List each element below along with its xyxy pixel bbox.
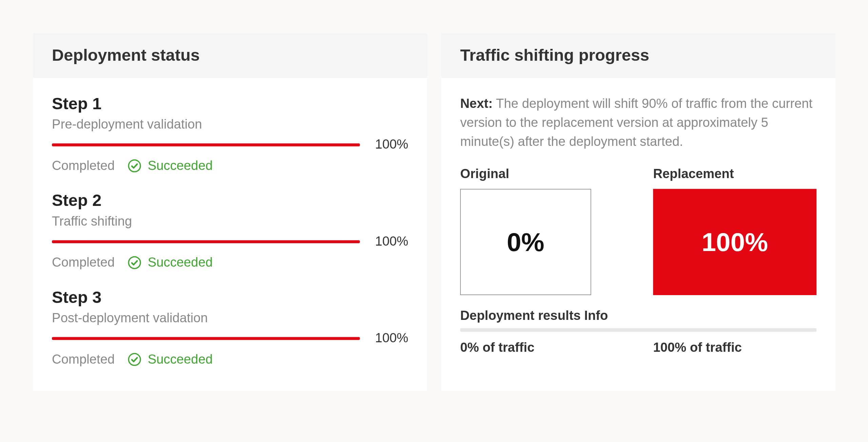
step-title: Step 2 xyxy=(52,191,408,210)
traffic-replacement-col: Replacement 100% xyxy=(653,166,816,295)
panel-title: Deployment status xyxy=(52,46,408,65)
traffic-replacement-value: 100% xyxy=(702,227,768,256)
status-succeeded: Succeeded xyxy=(128,158,213,173)
panel-header: Traffic shifting progress xyxy=(441,33,835,78)
svg-point-2 xyxy=(129,353,141,365)
check-circle-icon xyxy=(128,255,142,270)
traffic-boxes-row: Original 0% Replacement 100% xyxy=(460,166,816,295)
progress-percent: 100% xyxy=(369,137,408,152)
traffic-replacement-box: 100% xyxy=(653,189,816,295)
next-text-body: The deployment will shift 90% of traffic… xyxy=(460,96,812,149)
status-row: Completed Succeeded xyxy=(52,352,408,367)
svg-point-0 xyxy=(129,160,141,172)
status-row: Completed Succeeded xyxy=(52,255,408,270)
traffic-original-value: 0% xyxy=(507,227,545,256)
dashboard-container: Deployment status Step 1 Pre-deployment … xyxy=(0,0,868,391)
original-traffic-value: 0% of traffic xyxy=(460,340,624,355)
status-succeeded-label: Succeeded xyxy=(148,158,213,173)
deployment-step: Step 1 Pre-deployment validation 100% Co… xyxy=(52,94,408,173)
progress-bar xyxy=(52,240,360,243)
check-circle-icon xyxy=(128,159,142,173)
progress-bar xyxy=(52,143,360,146)
step-title: Step 1 xyxy=(52,94,408,113)
progress-row: 100% xyxy=(52,137,408,152)
status-succeeded: Succeeded xyxy=(128,352,213,367)
svg-point-1 xyxy=(129,257,141,269)
panel-title: Traffic shifting progress xyxy=(460,46,816,65)
step-title: Step 3 xyxy=(52,288,408,307)
progress-bar xyxy=(52,337,360,340)
traffic-shifting-panel: Traffic shifting progress Next: The depl… xyxy=(441,33,835,390)
next-label: Next: xyxy=(460,96,493,111)
deployment-results-label: Deployment results Info xyxy=(460,308,816,323)
deployment-step: Step 3 Post-deployment validation 100% C… xyxy=(52,288,408,367)
status-row: Completed Succeeded xyxy=(52,158,408,173)
traffic-original-col: Original 0% xyxy=(460,166,624,295)
step-subtitle: Post-deployment validation xyxy=(52,310,408,326)
deployment-step: Step 2 Traffic shifting 100% Completed S… xyxy=(52,191,408,270)
traffic-original-box: 0% xyxy=(460,189,591,295)
panel-body: Next: The deployment will shift 90% of t… xyxy=(441,78,835,361)
deployment-results-bar xyxy=(460,328,816,331)
progress-percent: 100% xyxy=(369,234,408,249)
status-succeeded-label: Succeeded xyxy=(148,352,213,367)
progress-row: 100% xyxy=(52,330,408,346)
progress-row: 100% xyxy=(52,234,408,249)
step-subtitle: Traffic shifting xyxy=(52,214,408,229)
traffic-original-label: Original xyxy=(460,166,624,181)
next-step-description: Next: The deployment will shift 90% of t… xyxy=(460,94,816,151)
status-completed-label: Completed xyxy=(52,352,115,367)
status-completed-label: Completed xyxy=(52,255,115,270)
check-circle-icon xyxy=(128,352,142,367)
progress-percent: 100% xyxy=(369,330,408,346)
deployment-results-row: 0% of traffic 100% of traffic xyxy=(460,340,816,355)
step-subtitle: Pre-deployment validation xyxy=(52,117,408,132)
status-succeeded: Succeeded xyxy=(128,255,213,270)
deployment-status-panel: Deployment status Step 1 Pre-deployment … xyxy=(33,33,427,390)
panel-header: Deployment status xyxy=(33,33,427,78)
status-succeeded-label: Succeeded xyxy=(148,255,213,270)
status-completed-label: Completed xyxy=(52,158,115,173)
traffic-replacement-label: Replacement xyxy=(653,166,816,181)
replacement-traffic-value: 100% of traffic xyxy=(653,340,816,355)
panel-body: Step 1 Pre-deployment validation 100% Co… xyxy=(33,78,427,391)
